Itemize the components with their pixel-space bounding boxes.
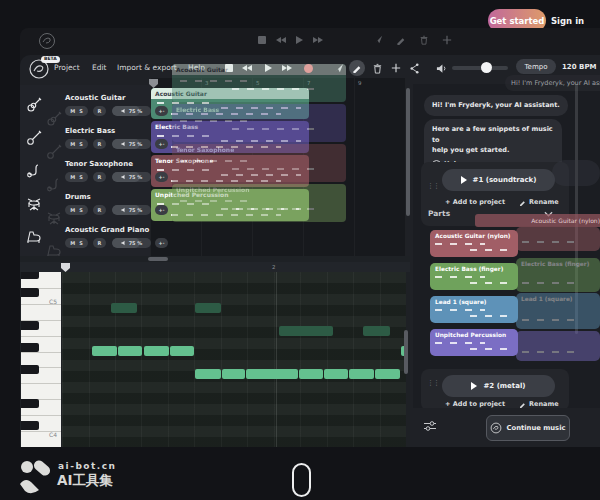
- snippet-1-title: #1 (soundtrack): [473, 176, 537, 184]
- volume-icon: [121, 240, 127, 246]
- mute-solo-buttons[interactable]: MS: [65, 172, 88, 182]
- black-key[interactable]: [21, 272, 39, 279]
- track-more-button[interactable]: +·: [155, 205, 168, 215]
- pencil-tool-button[interactable]: [349, 60, 365, 76]
- midi-note[interactable]: [246, 369, 298, 379]
- midi-note-dim[interactable]: [111, 303, 137, 313]
- midi-note-dim[interactable]: [195, 303, 221, 313]
- sign-in-link[interactable]: Sign in: [551, 16, 584, 26]
- volume-icon[interactable]: [434, 61, 448, 75]
- track-name: Acoustic Guitar: [65, 94, 126, 102]
- midi-note[interactable]: [299, 369, 323, 379]
- black-key[interactable]: [21, 399, 39, 408]
- ruler-bar-number: 9: [358, 80, 362, 86]
- track-volume[interactable]: 75 %: [112, 172, 151, 182]
- midi-note-dim[interactable]: [279, 326, 333, 336]
- drums-ghost-icon: [46, 210, 62, 226]
- mute-solo-buttons[interactable]: MS: [65, 106, 88, 116]
- midi-note[interactable]: [222, 369, 245, 379]
- black-key[interactable]: [21, 365, 39, 374]
- track-row: Acoustic Grand PianoMSR75 %+·: [20, 225, 150, 256]
- track-name: Drums: [65, 193, 91, 201]
- part-notes-preview: [435, 276, 485, 278]
- volume-slider-knob[interactable]: [481, 62, 492, 73]
- track-more-button[interactable]: +·: [155, 106, 168, 116]
- record-arm-button[interactable]: R: [93, 139, 106, 149]
- midi-note-dim[interactable]: [363, 326, 390, 336]
- solo-button[interactable]: S: [79, 174, 83, 180]
- track-more-button[interactable]: +·: [155, 238, 168, 248]
- part-card-1[interactable]: Acoustic Guitar (nylon): [430, 230, 518, 257]
- record-arm-button[interactable]: R: [93, 172, 106, 182]
- volume-slider[interactable]: [452, 66, 508, 70]
- mute-button[interactable]: M: [70, 240, 75, 246]
- ghost-part-notes: [522, 351, 582, 353]
- continue-music-button[interactable]: Continue music: [486, 415, 570, 441]
- track-row: Electric BassMSR75 %+·: [20, 126, 150, 157]
- midi-note[interactable]: [144, 346, 169, 356]
- ghost-clip-notes: [232, 208, 322, 210]
- track-more-button[interactable]: +·: [155, 172, 168, 182]
- mute-button[interactable]: M: [70, 207, 75, 213]
- record-arm-button[interactable]: R: [93, 238, 106, 248]
- midi-note[interactable]: [170, 346, 194, 356]
- tempo-button[interactable]: Tempo: [516, 59, 556, 74]
- arrangement-scrollbar[interactable]: [406, 88, 410, 216]
- rename-button[interactable]: Rename: [519, 400, 559, 408]
- share-button[interactable]: [407, 61, 421, 75]
- add-to-project-button[interactable]: + Add to project: [445, 400, 505, 408]
- stop-icon: [258, 36, 266, 44]
- black-key[interactable]: [21, 343, 39, 352]
- mute-button[interactable]: M: [70, 141, 75, 147]
- solo-button[interactable]: S: [79, 108, 83, 114]
- solo-button[interactable]: S: [79, 207, 83, 213]
- piano-roll-scrollbar[interactable]: [404, 330, 408, 374]
- rename-button[interactable]: Rename: [519, 198, 559, 206]
- midi-note[interactable]: [375, 369, 400, 379]
- black-key[interactable]: [21, 288, 39, 297]
- drag-handle-icon[interactable]: ⋮⋮: [427, 184, 433, 190]
- track-volume[interactable]: 75 %: [112, 238, 151, 248]
- pencil-icon: [519, 199, 526, 206]
- mute-solo-buttons[interactable]: MS: [65, 205, 88, 215]
- part-card-2[interactable]: Electric Bass (finger): [430, 263, 518, 290]
- ghost-part-card: Electric Bass (finger): [516, 258, 600, 292]
- menu-import-export[interactable]: Import & export: [117, 63, 177, 72]
- black-key[interactable]: [21, 321, 39, 330]
- mute-button[interactable]: M: [70, 174, 75, 180]
- snippet-1-play-button[interactable]: #1 (soundtrack): [442, 169, 555, 191]
- menu-edit[interactable]: Edit: [92, 63, 107, 72]
- snippet-2-play-button[interactable]: #2 (metal): [442, 375, 555, 397]
- track-volume[interactable]: 75 %: [112, 139, 151, 149]
- midi-note[interactable]: [324, 369, 348, 379]
- black-key[interactable]: [21, 421, 39, 430]
- piano-roll-ruler[interactable]: 2: [20, 262, 410, 272]
- solo-button[interactable]: S: [79, 240, 83, 246]
- mute-solo-buttons[interactable]: MS: [65, 139, 88, 149]
- track-volume[interactable]: 75 %: [112, 106, 151, 116]
- part-card-3[interactable]: Lead 1 (square): [430, 296, 518, 323]
- track-more-button[interactable]: +·: [155, 139, 168, 149]
- ghost-transport-controls: [258, 36, 323, 44]
- record-arm-button[interactable]: R: [93, 205, 106, 215]
- drag-handle-icon[interactable]: ⋮⋮: [427, 381, 433, 387]
- mute-button[interactable]: M: [70, 108, 75, 114]
- menu-project[interactable]: Project: [54, 63, 80, 72]
- midi-note[interactable]: [118, 346, 142, 356]
- midi-note[interactable]: [92, 346, 117, 356]
- part-card-4[interactable]: Unpitched Percussion: [430, 329, 518, 356]
- add-button[interactable]: [389, 61, 403, 75]
- tune-icon[interactable]: [423, 420, 437, 432]
- record-arm-button[interactable]: R: [93, 106, 106, 116]
- piano-keys[interactable]: C5C4: [21, 272, 61, 447]
- part-card-label: Electric Bass (finger): [430, 263, 518, 272]
- solo-button[interactable]: S: [79, 141, 83, 147]
- trash-button[interactable]: [370, 61, 384, 75]
- track-volume[interactable]: 75 %: [112, 205, 151, 215]
- add-to-project-button[interactable]: + Add to project: [445, 198, 505, 206]
- piano-roll-grid[interactable]: [62, 272, 406, 447]
- midi-note[interactable]: [195, 369, 221, 379]
- mute-solo-buttons[interactable]: MS: [65, 238, 88, 248]
- midi-note[interactable]: [349, 369, 374, 379]
- horizontal-scrollbar[interactable]: [148, 257, 168, 261]
